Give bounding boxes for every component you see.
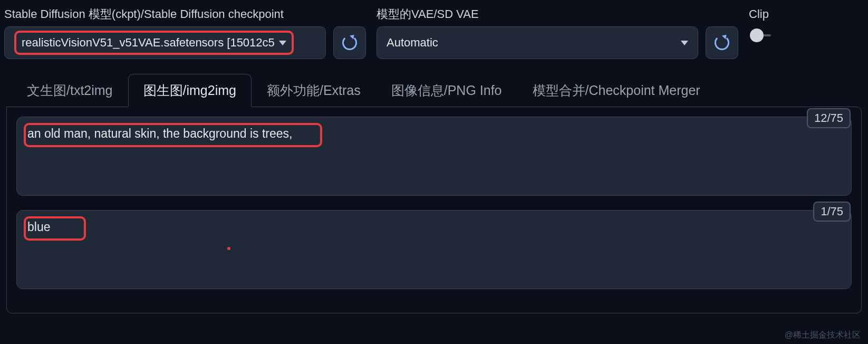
red-dot [227, 247, 230, 250]
vae-group: 模型的VAE/SD VAE Automatic [377, 6, 738, 59]
vae-refresh-button[interactable] [706, 26, 738, 59]
tabs: 文生图/txt2img 图生图/img2img 额外功能/Extras 图像信息… [0, 59, 868, 107]
clip-skip-slider[interactable] [750, 28, 764, 42]
tab-txt2img[interactable]: 文生图/txt2img [12, 74, 128, 107]
tab-extras[interactable]: 额外功能/Extras [252, 74, 376, 107]
neg-prompt-token-counter: 1/75 [813, 202, 851, 222]
vae-label: 模型的VAE/SD VAE [377, 6, 738, 22]
tab-checkpoint-merger[interactable]: 模型合并/Checkpoint Merger [517, 74, 716, 107]
chevron-down-icon [681, 41, 688, 45]
neg-prompt-input[interactable] [16, 210, 852, 289]
checkpoint-refresh-button[interactable] [333, 26, 366, 59]
prompt-wrap: 12/75 [16, 117, 852, 198]
vae-select[interactable]: Automatic [377, 26, 698, 59]
watermark: @稀土掘金技术社区 [785, 330, 861, 341]
chevron-down-icon [279, 41, 286, 45]
img2img-panel: 12/75 1/75 [6, 107, 862, 313]
prompt-token-counter: 12/75 [807, 108, 851, 128]
tab-png-info[interactable]: 图像信息/PNG Info [376, 74, 517, 107]
clip-skip-label: Clip [749, 7, 769, 21]
refresh-icon [342, 35, 357, 50]
clip-skip-group: Clip [749, 6, 769, 42]
checkpoint-label: Stable Diffusion 模型(ckpt)/Stable Diffusi… [4, 6, 366, 22]
vae-value: Automatic [387, 36, 438, 50]
checkpoint-select[interactable]: realisticVisionV51_v51VAE.safetensors [1… [4, 26, 326, 59]
checkpoint-value: realisticVisionV51_v51VAE.safetensors [1… [22, 36, 275, 50]
checkpoint-group: Stable Diffusion 模型(ckpt)/Stable Diffusi… [4, 6, 366, 59]
refresh-icon [715, 35, 729, 50]
prompt-input[interactable] [16, 117, 852, 196]
tab-img2img[interactable]: 图生图/img2img [128, 74, 252, 107]
neg-prompt-wrap: 1/75 [16, 210, 852, 292]
